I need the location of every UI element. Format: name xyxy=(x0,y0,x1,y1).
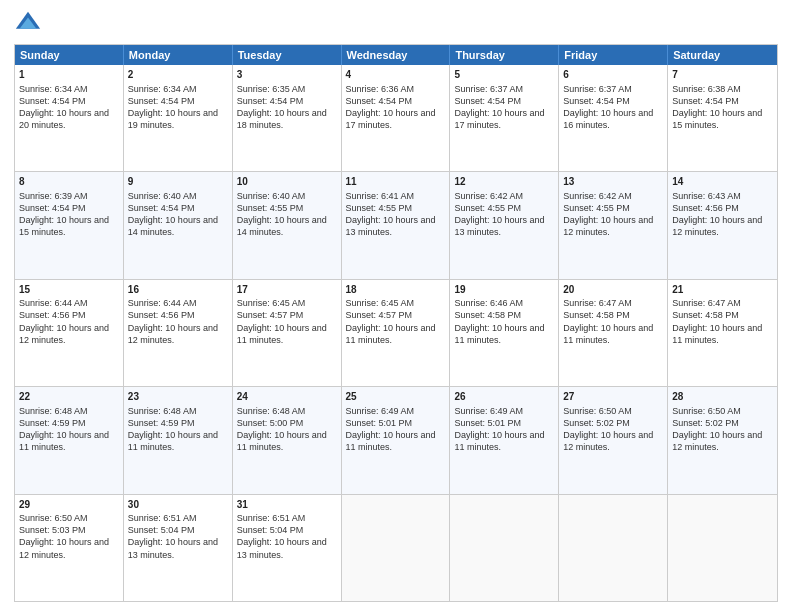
calendar-header-cell: Thursday xyxy=(450,45,559,65)
daylight: Daylight: 10 hours and 14 minutes. xyxy=(128,215,218,237)
day-number: 23 xyxy=(128,390,228,404)
sunset: Sunset: 5:02 PM xyxy=(563,418,630,428)
daylight: Daylight: 10 hours and 12 minutes. xyxy=(128,323,218,345)
logo-icon xyxy=(14,10,42,38)
calendar-row: 1 Sunrise: 6:34 AM Sunset: 4:54 PM Dayli… xyxy=(15,65,777,171)
day-number: 13 xyxy=(563,175,663,189)
sunrise: Sunrise: 6:44 AM xyxy=(128,298,197,308)
calendar-cell: 11 Sunrise: 6:41 AM Sunset: 4:55 PM Dayl… xyxy=(342,172,451,278)
calendar-header-cell: Saturday xyxy=(668,45,777,65)
day-number: 6 xyxy=(563,68,663,82)
sunset: Sunset: 5:04 PM xyxy=(237,525,304,535)
sunset: Sunset: 4:54 PM xyxy=(346,96,413,106)
daylight: Daylight: 10 hours and 11 minutes. xyxy=(19,430,109,452)
sunrise: Sunrise: 6:34 AM xyxy=(128,84,197,94)
day-number: 25 xyxy=(346,390,446,404)
sunrise: Sunrise: 6:35 AM xyxy=(237,84,306,94)
daylight: Daylight: 10 hours and 13 minutes. xyxy=(128,537,218,559)
sunrise: Sunrise: 6:42 AM xyxy=(563,191,632,201)
sunset: Sunset: 4:58 PM xyxy=(563,310,630,320)
sunset: Sunset: 4:56 PM xyxy=(672,203,739,213)
sunset: Sunset: 4:54 PM xyxy=(237,96,304,106)
sunset: Sunset: 4:55 PM xyxy=(346,203,413,213)
sunset: Sunset: 5:01 PM xyxy=(346,418,413,428)
calendar-cell: 4 Sunrise: 6:36 AM Sunset: 4:54 PM Dayli… xyxy=(342,65,451,171)
calendar-cell: 20 Sunrise: 6:47 AM Sunset: 4:58 PM Dayl… xyxy=(559,280,668,386)
sunset: Sunset: 4:54 PM xyxy=(563,96,630,106)
sunset: Sunset: 5:00 PM xyxy=(237,418,304,428)
sunrise: Sunrise: 6:42 AM xyxy=(454,191,523,201)
sunset: Sunset: 5:04 PM xyxy=(128,525,195,535)
calendar-header-cell: Sunday xyxy=(15,45,124,65)
page: SundayMondayTuesdayWednesdayThursdayFrid… xyxy=(0,0,792,612)
calendar-cell xyxy=(342,495,451,601)
sunset: Sunset: 4:54 PM xyxy=(128,203,195,213)
calendar-cell: 3 Sunrise: 6:35 AM Sunset: 4:54 PM Dayli… xyxy=(233,65,342,171)
calendar-row: 29 Sunrise: 6:50 AM Sunset: 5:03 PM Dayl… xyxy=(15,494,777,601)
daylight: Daylight: 10 hours and 15 minutes. xyxy=(19,215,109,237)
sunrise: Sunrise: 6:37 AM xyxy=(454,84,523,94)
sunset: Sunset: 4:54 PM xyxy=(128,96,195,106)
day-number: 15 xyxy=(19,283,119,297)
calendar-cell: 1 Sunrise: 6:34 AM Sunset: 4:54 PM Dayli… xyxy=(15,65,124,171)
day-number: 4 xyxy=(346,68,446,82)
calendar-cell: 18 Sunrise: 6:45 AM Sunset: 4:57 PM Dayl… xyxy=(342,280,451,386)
calendar-cell: 19 Sunrise: 6:46 AM Sunset: 4:58 PM Dayl… xyxy=(450,280,559,386)
sunset: Sunset: 4:59 PM xyxy=(19,418,86,428)
day-number: 8 xyxy=(19,175,119,189)
sunset: Sunset: 4:54 PM xyxy=(19,203,86,213)
sunset: Sunset: 5:02 PM xyxy=(672,418,739,428)
sunset: Sunset: 4:57 PM xyxy=(346,310,413,320)
calendar-cell: 9 Sunrise: 6:40 AM Sunset: 4:54 PM Dayli… xyxy=(124,172,233,278)
sunset: Sunset: 4:59 PM xyxy=(128,418,195,428)
sunrise: Sunrise: 6:47 AM xyxy=(672,298,741,308)
calendar-cell: 22 Sunrise: 6:48 AM Sunset: 4:59 PM Dayl… xyxy=(15,387,124,493)
day-number: 10 xyxy=(237,175,337,189)
day-number: 24 xyxy=(237,390,337,404)
sunset: Sunset: 5:03 PM xyxy=(19,525,86,535)
sunrise: Sunrise: 6:45 AM xyxy=(346,298,415,308)
calendar-cell: 16 Sunrise: 6:44 AM Sunset: 4:56 PM Dayl… xyxy=(124,280,233,386)
calendar-cell xyxy=(450,495,559,601)
daylight: Daylight: 10 hours and 19 minutes. xyxy=(128,108,218,130)
sunset: Sunset: 4:54 PM xyxy=(19,96,86,106)
daylight: Daylight: 10 hours and 11 minutes. xyxy=(346,323,436,345)
sunrise: Sunrise: 6:47 AM xyxy=(563,298,632,308)
sunrise: Sunrise: 6:49 AM xyxy=(454,406,523,416)
sunset: Sunset: 4:54 PM xyxy=(454,96,521,106)
sunrise: Sunrise: 6:51 AM xyxy=(237,513,306,523)
calendar-cell: 21 Sunrise: 6:47 AM Sunset: 4:58 PM Dayl… xyxy=(668,280,777,386)
calendar-cell: 8 Sunrise: 6:39 AM Sunset: 4:54 PM Dayli… xyxy=(15,172,124,278)
sunrise: Sunrise: 6:39 AM xyxy=(19,191,88,201)
daylight: Daylight: 10 hours and 16 minutes. xyxy=(563,108,653,130)
sunrise: Sunrise: 6:45 AM xyxy=(237,298,306,308)
sunrise: Sunrise: 6:48 AM xyxy=(19,406,88,416)
daylight: Daylight: 10 hours and 17 minutes. xyxy=(454,108,544,130)
calendar-cell: 12 Sunrise: 6:42 AM Sunset: 4:55 PM Dayl… xyxy=(450,172,559,278)
sunset: Sunset: 4:55 PM xyxy=(454,203,521,213)
day-number: 14 xyxy=(672,175,773,189)
daylight: Daylight: 10 hours and 11 minutes. xyxy=(672,323,762,345)
sunrise: Sunrise: 6:44 AM xyxy=(19,298,88,308)
daylight: Daylight: 10 hours and 20 minutes. xyxy=(19,108,109,130)
sunrise: Sunrise: 6:43 AM xyxy=(672,191,741,201)
calendar-cell: 27 Sunrise: 6:50 AM Sunset: 5:02 PM Dayl… xyxy=(559,387,668,493)
daylight: Daylight: 10 hours and 11 minutes. xyxy=(454,323,544,345)
day-number: 27 xyxy=(563,390,663,404)
sunset: Sunset: 5:01 PM xyxy=(454,418,521,428)
sunrise: Sunrise: 6:40 AM xyxy=(237,191,306,201)
calendar-cell: 6 Sunrise: 6:37 AM Sunset: 4:54 PM Dayli… xyxy=(559,65,668,171)
daylight: Daylight: 10 hours and 14 minutes. xyxy=(237,215,327,237)
day-number: 22 xyxy=(19,390,119,404)
sunset: Sunset: 4:58 PM xyxy=(454,310,521,320)
sunrise: Sunrise: 6:50 AM xyxy=(563,406,632,416)
calendar-header-cell: Monday xyxy=(124,45,233,65)
calendar-cell: 29 Sunrise: 6:50 AM Sunset: 5:03 PM Dayl… xyxy=(15,495,124,601)
calendar-cell xyxy=(559,495,668,601)
sunrise: Sunrise: 6:50 AM xyxy=(19,513,88,523)
sunset: Sunset: 4:54 PM xyxy=(672,96,739,106)
day-number: 11 xyxy=(346,175,446,189)
sunrise: Sunrise: 6:41 AM xyxy=(346,191,415,201)
daylight: Daylight: 10 hours and 13 minutes. xyxy=(454,215,544,237)
calendar-cell: 23 Sunrise: 6:48 AM Sunset: 4:59 PM Dayl… xyxy=(124,387,233,493)
